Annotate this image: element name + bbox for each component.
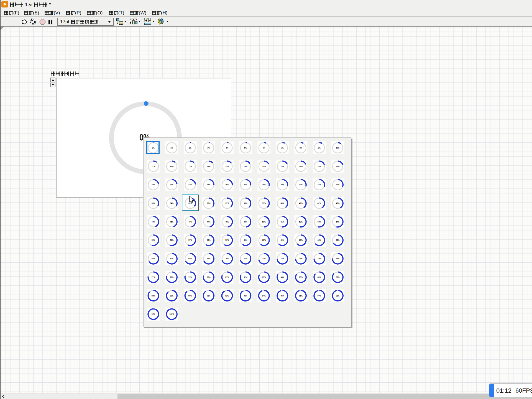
svg-text:48%: 48%: [225, 221, 229, 223]
svg-text:27%: 27%: [244, 184, 247, 186]
svg-text:41%: 41%: [299, 202, 303, 204]
svg-text:72%: 72%: [262, 258, 266, 260]
svg-text:66%: 66%: [152, 258, 155, 260]
svg-text:78%: 78%: [170, 276, 174, 278]
svg-text:6%: 6%: [263, 147, 265, 149]
svg-text:16%: 16%: [244, 165, 247, 167]
svg-text:69%: 69%: [207, 258, 211, 260]
svg-text:64%: 64%: [318, 239, 321, 241]
svg-text:44%: 44%: [152, 221, 155, 223]
svg-text:99%: 99%: [152, 313, 155, 315]
svg-text:43%: 43%: [336, 202, 340, 204]
svg-text:28%: 28%: [262, 184, 266, 186]
svg-text:92%: 92%: [225, 295, 229, 297]
svg-text:18%: 18%: [281, 165, 284, 167]
svg-text:76%: 76%: [336, 258, 340, 260]
svg-text:8%: 8%: [300, 147, 302, 149]
svg-text:62%: 62%: [281, 239, 284, 241]
svg-text:12%: 12%: [170, 165, 174, 167]
svg-text:14%: 14%: [207, 165, 211, 167]
svg-text:2%: 2%: [189, 147, 192, 149]
svg-text:55%: 55%: [152, 239, 155, 241]
svg-text:61%: 61%: [262, 239, 266, 241]
svg-text:95%: 95%: [281, 295, 284, 297]
svg-text:58%: 58%: [207, 239, 211, 241]
svg-text:25%: 25%: [207, 184, 211, 186]
svg-text:36%: 36%: [207, 202, 211, 204]
svg-text:87%: 87%: [336, 276, 340, 278]
svg-text:49%: 49%: [244, 221, 247, 223]
svg-text:60%: 60%: [244, 239, 247, 241]
svg-text:65%: 65%: [336, 239, 340, 241]
svg-text:34%: 34%: [170, 202, 174, 204]
svg-text:53%: 53%: [318, 221, 321, 223]
svg-text:82%: 82%: [244, 276, 247, 278]
svg-text:45%: 45%: [170, 221, 174, 223]
svg-text:30%: 30%: [299, 184, 303, 186]
svg-text:31%: 31%: [318, 184, 321, 186]
svg-text:7%: 7%: [281, 147, 284, 149]
svg-text:91%: 91%: [207, 295, 211, 297]
svg-text:23%: 23%: [170, 184, 174, 186]
svg-text:50%: 50%: [262, 221, 266, 223]
svg-text:68%: 68%: [188, 258, 192, 260]
svg-text:19%: 19%: [299, 165, 303, 167]
svg-text:9%: 9%: [318, 147, 321, 149]
svg-text:13%: 13%: [188, 165, 192, 167]
svg-text:89%: 89%: [170, 295, 174, 297]
svg-text:21%: 21%: [336, 165, 340, 167]
svg-text:93%: 93%: [244, 295, 247, 297]
svg-text:81%: 81%: [225, 276, 229, 278]
svg-text:85%: 85%: [299, 276, 303, 278]
svg-text:38%: 38%: [244, 202, 247, 204]
svg-text:79%: 79%: [188, 276, 192, 278]
svg-text:83%: 83%: [262, 276, 266, 278]
svg-text:29%: 29%: [281, 184, 284, 186]
svg-text:52%: 52%: [299, 221, 303, 223]
svg-text:40%: 40%: [281, 202, 284, 204]
svg-text:42%: 42%: [318, 202, 321, 204]
svg-text:39%: 39%: [262, 202, 266, 204]
svg-text:10%: 10%: [336, 147, 340, 149]
svg-text:26%: 26%: [225, 184, 229, 186]
svg-text:84%: 84%: [281, 276, 284, 278]
svg-text:5%: 5%: [244, 147, 247, 149]
svg-text:73%: 73%: [281, 258, 284, 260]
svg-text:4%: 4%: [226, 147, 229, 149]
svg-text:67%: 67%: [170, 258, 174, 260]
svg-text:3%: 3%: [207, 147, 210, 149]
svg-text:32%: 32%: [336, 184, 340, 186]
svg-text:74%: 74%: [299, 258, 303, 260]
svg-text:97%: 97%: [318, 295, 321, 297]
svg-text:96%: 96%: [299, 295, 303, 297]
svg-text:20%: 20%: [318, 165, 321, 167]
svg-text:51%: 51%: [281, 221, 284, 223]
svg-text:1%: 1%: [170, 147, 173, 149]
svg-text:56%: 56%: [170, 239, 174, 241]
svg-text:24%: 24%: [188, 184, 192, 186]
svg-text:100%: 100%: [170, 313, 174, 315]
svg-text:11%: 11%: [152, 165, 155, 167]
svg-text:98%: 98%: [336, 295, 340, 297]
svg-text:80%: 80%: [207, 276, 211, 278]
svg-text:59%: 59%: [225, 239, 229, 241]
svg-text:15%: 15%: [225, 165, 229, 167]
svg-text:37%: 37%: [225, 202, 229, 204]
svg-text:22%: 22%: [152, 184, 155, 186]
svg-text:47%: 47%: [207, 221, 211, 223]
svg-text:75%: 75%: [318, 258, 321, 260]
svg-text:54%: 54%: [336, 221, 340, 223]
svg-text:94%: 94%: [262, 295, 266, 297]
svg-text:88%: 88%: [152, 295, 155, 297]
svg-text:33%: 33%: [152, 202, 155, 204]
svg-text:46%: 46%: [188, 221, 192, 223]
svg-text:63%: 63%: [299, 239, 303, 241]
svg-text:77%: 77%: [152, 276, 155, 278]
svg-text:90%: 90%: [188, 295, 192, 297]
svg-text:70%: 70%: [225, 258, 229, 260]
svg-text:71%: 71%: [244, 258, 247, 260]
svg-text:57%: 57%: [188, 239, 192, 241]
svg-text:86%: 86%: [318, 276, 321, 278]
svg-text:17%: 17%: [262, 165, 266, 167]
